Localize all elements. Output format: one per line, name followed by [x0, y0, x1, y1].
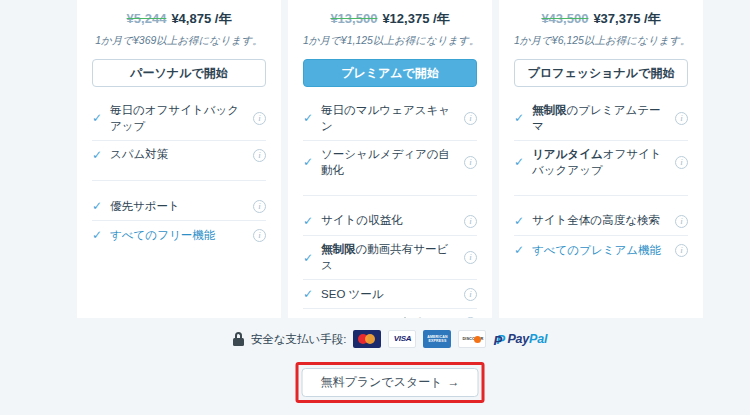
annotation-highlight-box: 無料プランでスタート→ [296, 362, 485, 403]
payment-label: 安全な支払い手段: [251, 332, 347, 347]
check-icon: ✓ [92, 110, 102, 126]
plan-card-professional: ¥43,500¥37,375 /年 1か月で¥6,125以上お得になります。 プ… [499, 0, 703, 318]
check-icon: ✓ [303, 315, 313, 318]
check-icon: ✓ [514, 154, 524, 170]
info-icon[interactable]: i [253, 149, 266, 162]
payment-methods-row: 安全な支払い手段: VISA AMERICAN EXPRESS DISCOVER… [77, 330, 703, 348]
savings-note: 1か月で¥1,125以上お得になります。 [303, 34, 477, 48]
feature-label: 無制限のプレミアムテーマ [532, 103, 669, 134]
feature-label: 毎日のオフサイトバックアップ [110, 103, 247, 134]
check-icon: ✓ [303, 110, 313, 126]
feature-label: ソーシャルメディアの自動化 [321, 147, 458, 178]
premium-cta-button[interactable]: プレミアムで開始 [303, 59, 477, 87]
info-icon[interactable]: i [253, 229, 266, 242]
feature-group-separator [514, 184, 688, 207]
check-icon: ✓ [514, 213, 524, 229]
check-icon: ✓ [514, 110, 524, 126]
info-icon[interactable]: i [675, 215, 688, 228]
feature-item: ✓リアルタイムオフサイトバックアップi [514, 141, 688, 184]
plan-card-personal: ¥5,244¥4,875 /年 1か月で¥369以上お得になります。 パーソナル… [77, 0, 281, 318]
price-period: /年 [215, 11, 232, 26]
feature-label: 無制限の動画共有サービス [321, 242, 458, 273]
paypal-mark-icon: PP [493, 332, 505, 347]
info-icon[interactable]: i [675, 156, 688, 169]
feature-item: ✓優先サポートi [92, 192, 266, 220]
feature-label: SEO ツール [321, 287, 458, 303]
check-icon: ✓ [92, 198, 102, 214]
plan-card-premium: ¥13,500¥12,375 /年 1か月で¥1,125以上お得になります。 プ… [288, 0, 492, 318]
arrow-right-icon: → [447, 375, 459, 389]
price-period: /年 [644, 11, 661, 26]
feature-list: ✓無制限のプレミアムテーマi✓リアルタイムオフサイトバックアップi✓サイト全体の… [514, 97, 688, 264]
info-icon[interactable]: i [675, 244, 688, 257]
original-price: ¥43,500 [541, 11, 588, 26]
feature-item: ✓サイトの収益化i [303, 207, 477, 235]
check-icon: ✓ [514, 242, 524, 258]
feature-item: ✓毎日のオフサイトバックアップi [92, 97, 266, 140]
info-icon[interactable]: i [464, 288, 477, 301]
savings-note: 1か月で¥6,125以上お得になります。 [514, 34, 688, 48]
info-icon[interactable]: i [464, 156, 477, 169]
feature-item: ✓コンシェルジュ設定i [303, 309, 477, 318]
lock-icon [233, 332, 244, 346]
price-row: ¥43,500¥37,375 /年 [514, 0, 688, 28]
feature-label: コンシェルジュ設定 [321, 316, 458, 318]
price-period: /年 [433, 11, 450, 26]
free-plan-button-label: 無料プランでスタート [321, 375, 443, 389]
feature-item: ✓ソーシャルメディアの自動化i [303, 141, 477, 184]
feature-label: サイトの収益化 [321, 213, 458, 229]
original-price: ¥5,244 [127, 11, 167, 26]
personal-cta-button[interactable]: パーソナルで開始 [92, 59, 266, 87]
current-price: ¥4,875 [171, 11, 211, 26]
check-icon: ✓ [303, 213, 313, 229]
feature-item: ✓スパム対策i [92, 141, 266, 169]
info-icon[interactable]: i [253, 112, 266, 125]
feature-link[interactable]: すべてのプレミアム機能 [532, 243, 669, 259]
info-icon[interactable]: i [464, 251, 477, 264]
price-row: ¥13,500¥12,375 /年 [303, 0, 477, 28]
feature-item: ✓SEO ツールi [303, 280, 477, 308]
info-icon[interactable]: i [464, 215, 477, 228]
feature-item: ✓すべてのプレミアム機能i [514, 236, 688, 264]
feature-group-separator [303, 184, 477, 207]
feature-list: ✓毎日のマルウェアスキャンi✓ソーシャルメディアの自動化i✓サイトの収益化i✓無… [303, 97, 477, 318]
price-row: ¥5,244¥4,875 /年 [92, 0, 266, 28]
info-icon[interactable]: i [253, 200, 266, 213]
current-price: ¥12,375 [382, 11, 429, 26]
feature-label: サイト全体の高度な検索 [532, 213, 669, 229]
mastercard-icon [353, 330, 381, 348]
info-icon[interactable]: i [464, 317, 477, 318]
savings-note: 1か月で¥369以上お得になります。 [92, 34, 266, 48]
feature-item: ✓すべてのフリー機能i [92, 221, 266, 249]
check-icon: ✓ [303, 154, 313, 170]
feature-label: リアルタイムオフサイトバックアップ [532, 147, 669, 178]
feature-label: 優先サポート [110, 199, 247, 215]
visa-icon: VISA [388, 330, 416, 348]
paypal-icon: PP PayPal [493, 332, 547, 347]
original-price: ¥13,500 [330, 11, 377, 26]
plans-row: ¥5,244¥4,875 /年 1か月で¥369以上お得になります。 パーソナル… [77, 0, 703, 318]
check-icon: ✓ [92, 147, 102, 163]
check-icon: ✓ [303, 286, 313, 302]
feature-list: ✓毎日のオフサイトバックアップi✓スパム対策i✓優先サポートi✓すべてのフリー機… [92, 97, 266, 250]
feature-label: 毎日のマルウェアスキャン [321, 103, 458, 134]
feature-item: ✓毎日のマルウェアスキャンi [303, 97, 477, 140]
feature-link[interactable]: すべてのフリー機能 [110, 228, 247, 244]
check-icon: ✓ [92, 227, 102, 243]
feature-group-separator [92, 169, 266, 192]
feature-item: ✓無制限の動画共有サービスi [303, 236, 477, 279]
amex-icon: AMERICAN EXPRESS [423, 330, 451, 348]
start-free-plan-button[interactable]: 無料プランでスタート→ [302, 368, 479, 397]
info-icon[interactable]: i [464, 112, 477, 125]
professional-cta-button[interactable]: プロフェッショナルで開始 [514, 59, 688, 87]
current-price: ¥37,375 [593, 11, 640, 26]
feature-item: ✓無制限のプレミアムテーマi [514, 97, 688, 140]
feature-item: ✓サイト全体の高度な検索i [514, 207, 688, 235]
feature-label: スパム対策 [110, 147, 247, 163]
check-icon: ✓ [303, 250, 313, 266]
info-icon[interactable]: i [675, 112, 688, 125]
discover-icon: DISCOVER [458, 330, 486, 348]
